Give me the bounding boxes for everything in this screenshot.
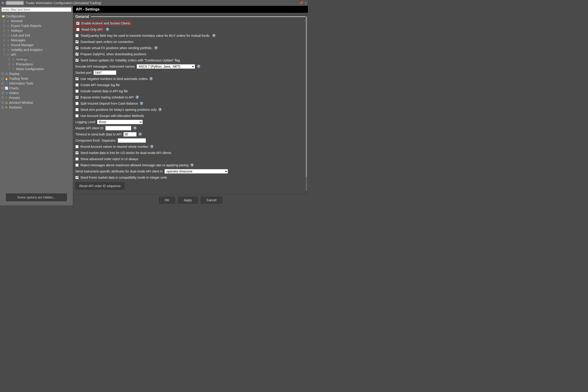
expand-icon[interactable]: + <box>1 82 4 84</box>
config-tree: 📁 Configuration ├▫General ├▫Export Trade… <box>0 13 73 191</box>
checkbox-round-account-values[interactable] <box>76 145 78 148</box>
checkbox-send-zero-positions[interactable] <box>76 108 78 111</box>
page-icon: ▫ <box>6 24 10 28</box>
help-icon[interactable]: ? <box>150 77 153 80</box>
input-socket-port[interactable] <box>94 70 116 75</box>
tree-section-orders[interactable]: +▦Orders <box>0 90 73 95</box>
display-icon: 🖥 <box>4 72 8 76</box>
scrollbar[interactable]: ▲ ▼ <box>305 14 308 194</box>
arrows-icon: ⇄ <box>6 53 10 56</box>
content-area: 📁 Configuration ├▫General ├▫Export Trade… <box>0 6 308 205</box>
settings-body: General Enable ActiveX and Socket Client… <box>73 13 308 194</box>
highlight-enable-activex: Enable ActiveX and Socket Clients <box>76 21 132 26</box>
tree-item-api-precautions[interactable]: ├▫Precautions <box>0 62 73 66</box>
expand-icon[interactable]: + <box>1 92 4 94</box>
tree-section-features[interactable]: +✿Features <box>0 105 73 110</box>
cancel-button[interactable]: Cancel <box>201 197 222 204</box>
tree-item-api[interactable]: └⇄API <box>0 52 73 57</box>
tree-root-configuration[interactable]: 📁 Configuration <box>0 14 73 18</box>
help-icon[interactable]: ? <box>133 126 136 130</box>
checkbox-reject-messages-rate[interactable] <box>76 164 78 167</box>
expand-icon[interactable]: + <box>1 72 4 75</box>
help-icon[interactable]: ? <box>140 102 143 105</box>
help-icon[interactable]: ? <box>154 46 158 50</box>
tree-section-display[interactable]: +🖥Display <box>0 71 73 76</box>
help-icon[interactable]: ? <box>150 145 154 148</box>
checkbox-prepare-dailypnl[interactable] <box>76 52 78 56</box>
highlight-readonly-api: Read-Only API <box>76 27 104 32</box>
checkbox-send-status-updates[interactable] <box>76 59 78 62</box>
checkbox-show-advanced-reject[interactable] <box>76 158 78 160</box>
dialog-button-bar: OK Apply Cancel <box>73 194 308 205</box>
ok-button[interactable]: OK <box>159 197 175 204</box>
checkbox-totalquantity[interactable] <box>76 34 78 37</box>
help-icon[interactable]: ? <box>190 163 194 167</box>
checkbox-include-market-data-log[interactable] <box>76 90 78 93</box>
checkbox-enable-activex[interactable] <box>76 22 80 25</box>
tree-item-lock[interactable]: ├▫Lock and Exit <box>0 33 73 38</box>
help-icon[interactable]: ? <box>158 108 162 111</box>
tree-section-account[interactable]: +▤Account Window <box>0 100 73 105</box>
close-icon[interactable] <box>1 2 4 4</box>
checkbox-readonly-api[interactable] <box>76 28 80 31</box>
help-icon[interactable]: ? <box>212 34 216 37</box>
window-title: Trader Workstation Configuration (Simula… <box>26 1 299 5</box>
tree-section-info[interactable]: +ⓘInformation Tools <box>0 81 73 86</box>
info-icon: ⓘ <box>4 82 8 85</box>
tree-item-api-news[interactable]: └▫News Configuration <box>0 66 73 71</box>
menu-down-icon[interactable]: ▾ <box>305 1 306 5</box>
tree-item-volatility[interactable]: ├▫Volatility and Analytics <box>0 47 73 52</box>
reset-order-id-button[interactable]: Reset API order ID sequence <box>76 182 124 190</box>
expand-icon[interactable]: + <box>1 106 4 108</box>
label-timeout: Timeout to send bulk data to API <box>76 132 122 136</box>
select-logging-level[interactable]: Error <box>97 120 143 124</box>
tree-item-api-settings[interactable]: ├▫Settings <box>0 57 73 62</box>
pin-icon[interactable]: 📌 <box>299 1 303 5</box>
input-component-separator[interactable] <box>118 138 146 143</box>
checkbox-download-open-orders[interactable] <box>76 40 78 44</box>
page-icon: ▫ <box>6 38 10 42</box>
checkbox-expose-schedule[interactable] <box>76 96 78 99</box>
tree-item-hotkeys[interactable]: ├▫Hotkeys <box>0 28 73 33</box>
checkbox-split-insured[interactable] <box>76 102 78 105</box>
checkbox-use-account-groups[interactable] <box>76 114 78 118</box>
scroll-down-icon[interactable]: ▼ <box>305 191 308 194</box>
tree-item-export[interactable]: ├▫Export Trade Reports <box>0 23 73 28</box>
label-enable-activex: Enable ActiveX and Socket Clients <box>81 22 130 25</box>
page-icon: ▫ <box>6 19 10 23</box>
checkbox-create-api-log[interactable] <box>76 84 78 86</box>
expand-icon[interactable]: + <box>1 87 4 89</box>
tree-item-messages[interactable]: ├▫Messages <box>0 38 73 42</box>
hidden-options-button[interactable]: Some options are hidden... <box>6 194 67 201</box>
checkbox-include-virtual-fx[interactable] <box>76 46 78 50</box>
help-icon[interactable]: ? <box>136 96 139 99</box>
tree-item-sound[interactable]: ├▫Sound Manager <box>0 42 73 47</box>
page-icon: ▫ <box>6 48 10 52</box>
checkbox-send-market-data-lots[interactable] <box>76 151 78 154</box>
page-icon: ▫ <box>6 34 10 37</box>
help-icon[interactable]: ? <box>106 28 109 31</box>
label-socket-port: Socket port <box>76 71 92 74</box>
label-encode: Encode API messages, instrument names <box>76 65 135 68</box>
checkbox-send-forex-compat[interactable] <box>76 176 78 179</box>
filter-input[interactable] <box>1 7 72 12</box>
scroll-up-icon[interactable]: ▲ <box>305 14 308 16</box>
help-icon[interactable]: ? <box>138 132 142 136</box>
expand-icon[interactable]: + <box>1 77 4 80</box>
apply-button[interactable]: Apply <box>178 197 198 204</box>
tree-item-general[interactable]: ├▫General <box>0 18 73 23</box>
charts-icon: 📈 <box>4 86 8 90</box>
tree-section-presets[interactable]: +✦Presets <box>0 95 73 100</box>
expand-icon[interactable]: + <box>1 96 4 99</box>
label-instrument-attributes: Send instrument-specific attributes for … <box>76 170 163 173</box>
tree-section-charts[interactable]: +📈Charts <box>0 86 73 90</box>
select-timezone-mode[interactable]: operator timezone <box>164 169 228 174</box>
select-encoding[interactable]: ASCII 7 (Python, Java, .NET) <box>136 64 195 69</box>
tree-section-trading[interactable]: +🔥Trading Tools <box>0 76 73 81</box>
expand-icon[interactable]: + <box>1 101 4 104</box>
page-icon: ▫ <box>12 62 15 66</box>
checkbox-use-negative-numbers[interactable] <box>76 77 78 80</box>
input-master-client-id[interactable] <box>105 126 131 130</box>
input-timeout[interactable] <box>123 132 136 136</box>
help-icon[interactable]: ? <box>197 65 200 68</box>
